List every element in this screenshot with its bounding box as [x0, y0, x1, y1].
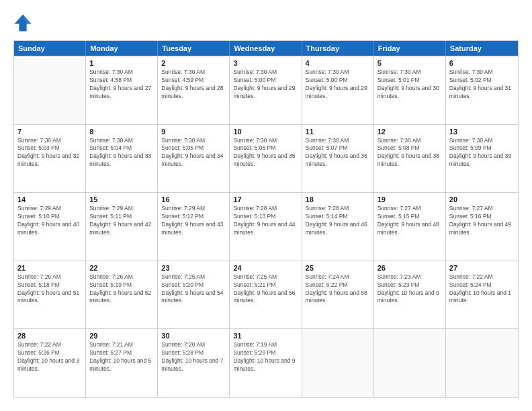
day-number: 3: [233, 59, 298, 67]
day-number: 18: [306, 195, 370, 203]
day-number: 12: [378, 128, 442, 136]
day-number: 27: [449, 264, 515, 272]
day-info: Sunrise: 7:29 AMSunset: 5:11 PMDaylight:…: [89, 205, 154, 237]
calendar: SundayMondayTuesdayWednesdayThursdayFrid…: [13, 40, 519, 398]
calendar-body: 1Sunrise: 7:30 AMSunset: 4:58 PMDaylight…: [14, 56, 518, 397]
day-info: Sunrise: 7:30 AMSunset: 4:59 PMDaylight:…: [161, 68, 226, 101]
day-number: 24: [233, 264, 298, 272]
weekday-header-monday: Monday: [86, 41, 158, 56]
day-info: Sunrise: 7:30 AMSunset: 5:09 PMDaylight:…: [449, 137, 515, 169]
weekday-header-thursday: Thursday: [302, 41, 374, 56]
day-cell-20: 20Sunrise: 7:27 AMSunset: 5:16 PMDayligh…: [446, 193, 518, 261]
weekday-header-tuesday: Tuesday: [158, 41, 230, 56]
day-number: 13: [449, 128, 515, 136]
empty-cell: [374, 329, 446, 397]
day-cell-12: 12Sunrise: 7:30 AMSunset: 5:08 PMDayligh…: [374, 125, 446, 193]
page: SundayMondayTuesdayWednesdayThursdayFrid…: [0, 0, 532, 411]
day-info: Sunrise: 7:30 AMSunset: 5:04 PMDaylight:…: [89, 137, 154, 169]
day-number: 1: [89, 59, 154, 67]
day-info: Sunrise: 7:30 AMSunset: 5:07 PMDaylight:…: [306, 137, 370, 169]
weekday-header-saturday: Saturday: [446, 41, 518, 56]
day-cell-21: 21Sunrise: 7:26 AMSunset: 5:18 PMDayligh…: [14, 261, 86, 329]
day-cell-28: 28Sunrise: 7:22 AMSunset: 5:26 PMDayligh…: [14, 329, 86, 397]
day-info: Sunrise: 7:19 AMSunset: 5:29 PMDaylight:…: [233, 341, 298, 373]
day-info: Sunrise: 7:30 AMSunset: 5:03 PMDaylight:…: [17, 137, 82, 169]
day-number: 5: [378, 59, 442, 67]
day-info: Sunrise: 7:24 AMSunset: 5:22 PMDaylight:…: [306, 273, 370, 306]
day-number: 8: [89, 128, 154, 136]
day-cell-18: 18Sunrise: 7:28 AMSunset: 5:14 PMDayligh…: [302, 193, 374, 261]
day-info: Sunrise: 7:30 AMSunset: 5:01 PMDaylight:…: [378, 68, 442, 101]
day-number: 21: [17, 264, 82, 272]
day-info: Sunrise: 7:23 AMSunset: 5:23 PMDaylight:…: [378, 273, 442, 306]
week-row-3: 14Sunrise: 7:29 AMSunset: 5:10 PMDayligh…: [14, 192, 518, 261]
day-info: Sunrise: 7:22 AMSunset: 5:26 PMDaylight:…: [17, 341, 82, 373]
day-number: 31: [233, 332, 298, 340]
day-info: Sunrise: 7:30 AMSunset: 5:00 PMDaylight:…: [233, 68, 298, 101]
week-row-5: 28Sunrise: 7:22 AMSunset: 5:26 PMDayligh…: [14, 328, 518, 397]
day-cell-11: 11Sunrise: 7:30 AMSunset: 5:07 PMDayligh…: [302, 125, 374, 193]
day-cell-22: 22Sunrise: 7:26 AMSunset: 5:19 PMDayligh…: [86, 261, 158, 329]
logo: [13, 13, 35, 32]
day-info: Sunrise: 7:28 AMSunset: 5:13 PMDaylight:…: [233, 205, 298, 237]
day-cell-31: 31Sunrise: 7:19 AMSunset: 5:29 PMDayligh…: [230, 329, 302, 397]
day-cell-15: 15Sunrise: 7:29 AMSunset: 5:11 PMDayligh…: [86, 193, 158, 261]
day-cell-8: 8Sunrise: 7:30 AMSunset: 5:04 PMDaylight…: [86, 125, 158, 193]
day-cell-2: 2Sunrise: 7:30 AMSunset: 4:59 PMDaylight…: [158, 56, 230, 124]
day-number: 29: [89, 332, 154, 340]
day-number: 4: [306, 59, 370, 67]
day-number: 7: [17, 128, 82, 136]
day-cell-10: 10Sunrise: 7:30 AMSunset: 5:06 PMDayligh…: [230, 125, 302, 193]
week-row-2: 7Sunrise: 7:30 AMSunset: 5:03 PMDaylight…: [14, 124, 518, 193]
day-cell-19: 19Sunrise: 7:27 AMSunset: 5:15 PMDayligh…: [374, 193, 446, 261]
day-info: Sunrise: 7:30 AMSunset: 5:05 PMDaylight:…: [161, 137, 226, 169]
day-info: Sunrise: 7:25 AMSunset: 5:20 PMDaylight:…: [161, 273, 226, 306]
day-cell-6: 6Sunrise: 7:30 AMSunset: 5:02 PMDaylight…: [446, 56, 518, 124]
day-number: 6: [449, 59, 515, 67]
day-cell-26: 26Sunrise: 7:23 AMSunset: 5:23 PMDayligh…: [374, 261, 446, 329]
day-number: 19: [378, 195, 442, 203]
day-cell-29: 29Sunrise: 7:21 AMSunset: 5:27 PMDayligh…: [86, 329, 158, 397]
day-number: 14: [17, 195, 82, 203]
weekday-header-wednesday: Wednesday: [230, 41, 302, 56]
day-info: Sunrise: 7:22 AMSunset: 5:24 PMDaylight:…: [449, 273, 515, 306]
week-row-1: 1Sunrise: 7:30 AMSunset: 4:58 PMDaylight…: [14, 56, 518, 124]
day-number: 17: [233, 195, 298, 203]
empty-cell: [14, 56, 86, 124]
day-number: 28: [17, 332, 82, 340]
day-info: Sunrise: 7:30 AMSunset: 5:00 PMDaylight:…: [306, 68, 370, 101]
weekday-header-sunday: Sunday: [14, 41, 86, 56]
day-number: 15: [89, 195, 154, 203]
day-info: Sunrise: 7:29 AMSunset: 5:12 PMDaylight:…: [161, 205, 226, 237]
day-number: 2: [161, 59, 226, 67]
day-info: Sunrise: 7:30 AMSunset: 5:08 PMDaylight:…: [378, 137, 442, 169]
day-cell-24: 24Sunrise: 7:25 AMSunset: 5:21 PMDayligh…: [230, 261, 302, 329]
day-cell-7: 7Sunrise: 7:30 AMSunset: 5:03 PMDaylight…: [14, 125, 86, 193]
day-number: 30: [161, 332, 226, 340]
day-info: Sunrise: 7:30 AMSunset: 5:02 PMDaylight:…: [449, 68, 515, 101]
day-info: Sunrise: 7:27 AMSunset: 5:15 PMDaylight:…: [378, 205, 442, 237]
day-number: 23: [161, 264, 226, 272]
day-cell-17: 17Sunrise: 7:28 AMSunset: 5:13 PMDayligh…: [230, 193, 302, 261]
day-info: Sunrise: 7:20 AMSunset: 5:28 PMDaylight:…: [161, 341, 226, 373]
header: [13, 13, 519, 32]
calendar-header: SundayMondayTuesdayWednesdayThursdayFrid…: [14, 41, 518, 56]
day-cell-5: 5Sunrise: 7:30 AMSunset: 5:01 PMDaylight…: [374, 56, 446, 124]
weekday-header-friday: Friday: [374, 41, 446, 56]
day-info: Sunrise: 7:30 AMSunset: 5:06 PMDaylight:…: [233, 137, 298, 169]
day-cell-27: 27Sunrise: 7:22 AMSunset: 5:24 PMDayligh…: [446, 261, 518, 329]
day-number: 10: [233, 128, 298, 136]
day-info: Sunrise: 7:30 AMSunset: 4:58 PMDaylight:…: [89, 68, 154, 101]
week-row-4: 21Sunrise: 7:26 AMSunset: 5:18 PMDayligh…: [14, 261, 518, 329]
day-cell-1: 1Sunrise: 7:30 AMSunset: 4:58 PMDaylight…: [86, 56, 158, 124]
day-cell-9: 9Sunrise: 7:30 AMSunset: 5:05 PMDaylight…: [158, 125, 230, 193]
day-cell-4: 4Sunrise: 7:30 AMSunset: 5:00 PMDaylight…: [302, 56, 374, 124]
day-cell-25: 25Sunrise: 7:24 AMSunset: 5:22 PMDayligh…: [302, 261, 374, 329]
day-number: 9: [161, 128, 226, 136]
day-number: 11: [306, 128, 370, 136]
day-number: 25: [306, 264, 370, 272]
day-number: 22: [89, 264, 154, 272]
day-info: Sunrise: 7:29 AMSunset: 5:10 PMDaylight:…: [17, 205, 82, 237]
day-number: 26: [378, 264, 442, 272]
day-number: 20: [449, 195, 515, 203]
